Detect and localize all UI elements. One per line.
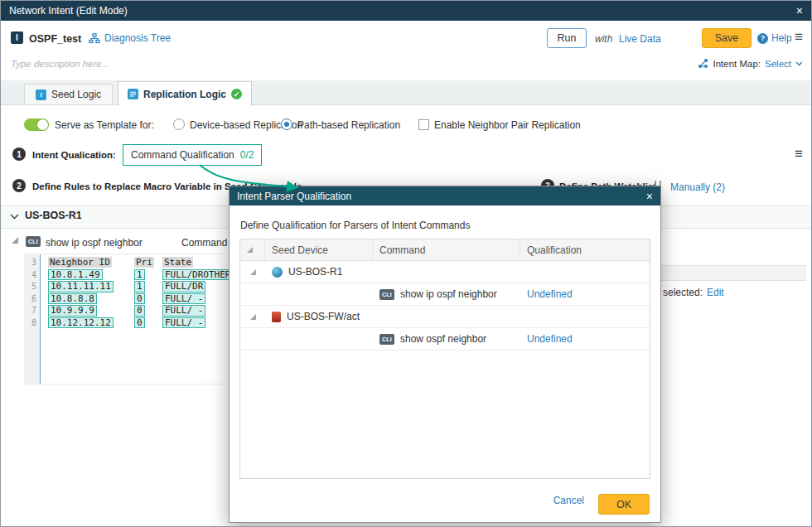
row-expander-icon[interactable] bbox=[250, 314, 256, 320]
close-icon[interactable]: × bbox=[796, 5, 803, 17]
section-menu-icon[interactable]: ≡ bbox=[795, 146, 803, 162]
column-header-command: Command bbox=[373, 239, 520, 260]
intent-map-label: Intent Map: bbox=[713, 59, 761, 69]
radio-device-based-replication[interactable] bbox=[173, 118, 185, 130]
line-number: 8 bbox=[24, 317, 36, 330]
column-header-seed-device: Seed Device bbox=[265, 239, 373, 260]
dialog-subtitle: Define Qualification for Parsers of Inte… bbox=[240, 220, 470, 231]
table-row: US-BOS-R1 bbox=[240, 261, 650, 283]
table-row: CLI show ospf neighbor Undefined bbox=[240, 328, 650, 351]
replication-logic-icon bbox=[128, 89, 138, 99]
device-name: US-BOS-R1 bbox=[25, 210, 82, 221]
line-number: 4 bbox=[24, 269, 36, 282]
section-1-badge: 1 bbox=[12, 147, 26, 161]
seed-device-name: US-BOS-R1 bbox=[288, 266, 342, 278]
selected-label: selected: bbox=[663, 287, 703, 298]
chevron-down-icon[interactable] bbox=[795, 61, 803, 66]
line-number-gutter: 3 4 5 6 7 8 bbox=[24, 254, 41, 384]
table-header: Seed Device Command Qualification bbox=[240, 239, 650, 261]
description-input[interactable] bbox=[11, 56, 442, 71]
seed-device-name: US-BOS-FW/act bbox=[287, 311, 360, 322]
table-row: US-BOS-FW/act bbox=[240, 306, 650, 328]
tab-replication-logic-label: Replication Logic bbox=[143, 89, 226, 100]
window-title: Network Intent (Edit Mode) bbox=[9, 5, 796, 17]
code-token: 0 bbox=[134, 293, 145, 305]
intent-map-select[interactable]: Select bbox=[765, 59, 791, 69]
column-header-qualification: Qualification bbox=[520, 239, 650, 260]
qualification-link[interactable]: Undefined bbox=[527, 288, 573, 300]
code-token: FULL/DR bbox=[162, 281, 205, 293]
window-titlebar: Network Intent (Edit Mode) × bbox=[1, 1, 811, 21]
cli-icon: CLI bbox=[26, 236, 41, 247]
code-token: FULL/ - bbox=[162, 293, 205, 305]
expand-all-cell bbox=[240, 239, 265, 260]
code-token: 0 bbox=[134, 305, 145, 317]
path-based-replication-label: Path-based Replication bbox=[297, 119, 400, 131]
toolbar-menu-icon[interactable]: ≡ bbox=[795, 29, 803, 46]
run-button[interactable]: Run bbox=[547, 28, 587, 48]
dialog-close-icon[interactable]: × bbox=[646, 191, 653, 202]
manually-link[interactable]: Manually (2) bbox=[670, 181, 725, 193]
command-expander-icon[interactable] bbox=[12, 237, 18, 244]
neighbor-pair-replication-label: Enable Neighbor Pair Replication bbox=[434, 119, 581, 131]
command-qualification-button[interactable]: Command Qualification 0/2 bbox=[123, 144, 262, 166]
serve-as-template-label: Serve as Template for: bbox=[55, 119, 154, 131]
code-token: State bbox=[162, 257, 193, 268]
dialog-titlebar: Intent Parser Qualification × bbox=[230, 186, 660, 205]
code-token: 0 bbox=[134, 317, 145, 329]
row-expander-icon[interactable] bbox=[250, 269, 256, 275]
code-token: 1 bbox=[134, 269, 145, 281]
seed-logic-icon: I bbox=[36, 89, 46, 100]
intent-map-icon bbox=[698, 58, 708, 69]
device-collapse-chevron-icon[interactable] bbox=[10, 214, 19, 220]
qualification-table: Seed Device Command Qualification US-BOS… bbox=[239, 239, 650, 479]
section-2-badge: 2 bbox=[12, 179, 26, 192]
cli-icon: CLI bbox=[379, 289, 394, 300]
help-link[interactable]: ? Help bbox=[757, 32, 792, 44]
table-row: CLI show ip ospf neighbor Undefined bbox=[240, 283, 650, 306]
code-token: Pri bbox=[134, 257, 154, 268]
code-token: FULL/ - bbox=[162, 317, 205, 329]
tab-replication-logic[interactable]: Replication Logic ✓ bbox=[118, 81, 252, 106]
radio-path-based-replication[interactable] bbox=[281, 118, 292, 130]
code-token: FULL/DROTHER bbox=[162, 269, 233, 281]
qualification-link[interactable]: Undefined bbox=[527, 333, 573, 345]
tab-seed-logic[interactable]: I Seed Logic bbox=[24, 84, 113, 105]
line-number: 3 bbox=[24, 257, 36, 269]
command-text: show ip ospf neighbor bbox=[46, 237, 143, 249]
live-data-link[interactable]: Live Data bbox=[619, 33, 661, 45]
ok-button[interactable]: OK bbox=[598, 494, 650, 515]
edit-link[interactable]: Edit bbox=[707, 287, 724, 298]
code-token: 10.12.12.12 bbox=[48, 317, 114, 329]
qualification-count: 0/2 bbox=[240, 149, 254, 161]
intent-name: OSPF_test bbox=[29, 33, 81, 45]
line-number: 7 bbox=[24, 305, 36, 317]
diagnosis-tree-label: Diagnosis Tree bbox=[104, 32, 171, 44]
code-token: 1 bbox=[134, 281, 145, 293]
intent-map-control: Intent Map: Select bbox=[698, 58, 803, 69]
save-button[interactable]: Save bbox=[702, 28, 752, 48]
expand-all-icon[interactable] bbox=[247, 247, 253, 253]
intent-parser-qualification-dialog: Intent Parser Qualification × Define Qua… bbox=[229, 186, 661, 523]
code-token: 10.8.8.8 bbox=[48, 293, 97, 305]
dialog-title: Intent Parser Qualification bbox=[237, 191, 646, 202]
code-token: Neighbor ID bbox=[48, 257, 112, 268]
check-icon: ✓ bbox=[231, 89, 242, 99]
checkbox-neighbor-pair-replication[interactable] bbox=[418, 119, 429, 130]
with-label: with bbox=[595, 33, 612, 45]
network-intent-window: Network Intent (Edit Mode) × I OSPF_test… bbox=[0, 0, 812, 527]
cli-icon: CLI bbox=[379, 334, 394, 345]
help-label: Help bbox=[771, 32, 792, 44]
serve-as-template-toggle[interactable] bbox=[24, 118, 49, 131]
tree-icon bbox=[89, 33, 100, 44]
diagnosis-tree-link[interactable]: Diagnosis Tree bbox=[89, 32, 171, 44]
code-token: 10.8.1.49 bbox=[48, 269, 103, 281]
command-column-header: Command bbox=[181, 237, 227, 249]
cancel-link[interactable]: Cancel bbox=[553, 495, 584, 506]
command-qualification-label: Command Qualification bbox=[131, 149, 234, 161]
firewall-icon bbox=[272, 312, 281, 322]
section-1-title: Intent Qualication: bbox=[32, 150, 116, 160]
code-token: 10.9.9.9 bbox=[48, 305, 97, 317]
router-icon bbox=[272, 267, 283, 278]
code-token: FULL/ - bbox=[162, 305, 205, 317]
